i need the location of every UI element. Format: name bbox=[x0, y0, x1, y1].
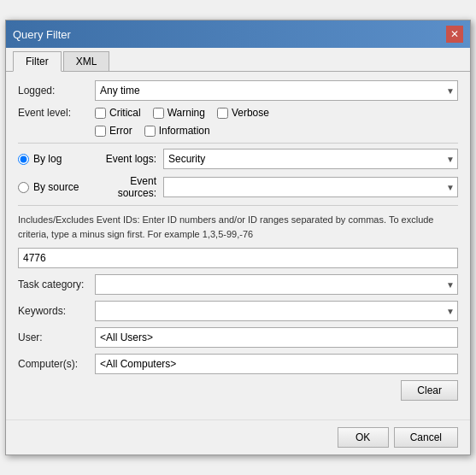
user-label: User: bbox=[18, 331, 95, 343]
checkbox-critical[interactable]: Critical bbox=[95, 107, 141, 119]
computer-row: Computer(s): bbox=[18, 354, 458, 374]
filter-content: Logged: Any time ▼ Event level: Critical… bbox=[6, 72, 470, 414]
checkbox-warning-label: Warning bbox=[167, 107, 205, 119]
clear-button[interactable]: Clear bbox=[401, 380, 458, 401]
by-source-radio-label[interactable]: By source bbox=[18, 181, 95, 193]
event-sources-select[interactable] bbox=[163, 177, 458, 197]
checkbox-warning-input[interactable] bbox=[153, 108, 164, 119]
title-bar: Query Filter ✕ bbox=[6, 21, 470, 48]
checkbox-critical-label: Critical bbox=[109, 107, 141, 119]
event-level-row2: Error Information bbox=[18, 125, 458, 137]
query-filter-dialog: Query Filter ✕ Filter XML Logged: Any ti… bbox=[5, 20, 471, 455]
checkbox-information-label: Information bbox=[159, 125, 210, 137]
keywords-row: Keywords: ▼ bbox=[18, 301, 458, 321]
tab-xml[interactable]: XML bbox=[63, 51, 110, 71]
task-category-label: Task category: bbox=[18, 279, 95, 290]
logged-select[interactable]: Any time bbox=[95, 80, 458, 101]
event-level-row: Event level: Critical Warning Verbose bbox=[18, 107, 458, 119]
user-row: User: bbox=[18, 327, 458, 348]
event-level-label: Event level: bbox=[18, 107, 95, 119]
cancel-button[interactable]: Cancel bbox=[394, 427, 458, 448]
checkbox-critical-input[interactable] bbox=[95, 108, 106, 119]
logged-select-wrapper: Any time ▼ bbox=[95, 80, 458, 101]
logged-label: Logged: bbox=[18, 85, 95, 97]
computer-label: Computer(s): bbox=[18, 358, 95, 370]
checkbox-error[interactable]: Error bbox=[95, 125, 132, 137]
by-log-radio-label[interactable]: By log bbox=[18, 153, 95, 165]
by-source-label: By source bbox=[33, 181, 79, 193]
bottom-buttons: OK Cancel bbox=[6, 419, 470, 454]
checkbox-group: Critical Warning Verbose bbox=[95, 107, 269, 119]
checkbox-information-input[interactable] bbox=[144, 126, 156, 137]
keywords-select[interactable] bbox=[95, 301, 458, 321]
checkbox-verbose-input[interactable] bbox=[217, 108, 228, 119]
event-logs-label: Event logs: bbox=[95, 153, 163, 165]
event-sources-label: Event sources: bbox=[95, 175, 163, 199]
task-category-row: Task category: ▼ bbox=[18, 274, 458, 295]
by-log-label: By log bbox=[33, 153, 62, 165]
description-text: Includes/Excludes Event IDs: Enter ID nu… bbox=[18, 211, 458, 243]
checkbox-error-input[interactable] bbox=[95, 126, 106, 137]
close-button[interactable]: ✕ bbox=[446, 26, 463, 43]
checkbox-warning[interactable]: Warning bbox=[153, 107, 205, 119]
event-logs-select-wrapper: Security ▼ bbox=[163, 149, 458, 169]
event-id-input[interactable] bbox=[18, 248, 458, 268]
divider2 bbox=[18, 205, 458, 206]
tab-bar: Filter XML bbox=[6, 48, 470, 72]
user-input[interactable] bbox=[95, 327, 458, 348]
checkbox-verbose-label: Verbose bbox=[232, 107, 269, 119]
event-sources-select-wrapper: ▼ bbox=[163, 177, 458, 197]
event-id-row bbox=[18, 248, 458, 268]
dialog-title: Query Filter bbox=[13, 28, 71, 41]
checkbox-error-label: Error bbox=[109, 125, 132, 137]
by-source-radio[interactable] bbox=[18, 182, 29, 193]
tab-filter[interactable]: Filter bbox=[13, 51, 62, 72]
by-source-row: By source Event sources: ▼ bbox=[18, 175, 458, 199]
checkbox-information[interactable]: Information bbox=[144, 125, 210, 137]
divider1 bbox=[18, 143, 458, 144]
clear-row: Clear bbox=[18, 380, 458, 401]
ok-button[interactable]: OK bbox=[338, 427, 389, 448]
keywords-select-wrapper: ▼ bbox=[95, 301, 458, 321]
checkbox-group2: Error Information bbox=[95, 125, 210, 137]
task-category-select[interactable] bbox=[95, 274, 458, 295]
task-category-select-wrapper: ▼ bbox=[95, 274, 458, 295]
keywords-label: Keywords: bbox=[18, 305, 95, 317]
by-log-radio[interactable] bbox=[18, 154, 29, 165]
logged-row: Logged: Any time ▼ bbox=[18, 80, 458, 101]
checkbox-verbose[interactable]: Verbose bbox=[217, 107, 269, 119]
by-log-row: By log Event logs: Security ▼ bbox=[18, 149, 458, 169]
computer-input[interactable] bbox=[95, 354, 458, 374]
event-logs-select[interactable]: Security bbox=[163, 149, 458, 169]
